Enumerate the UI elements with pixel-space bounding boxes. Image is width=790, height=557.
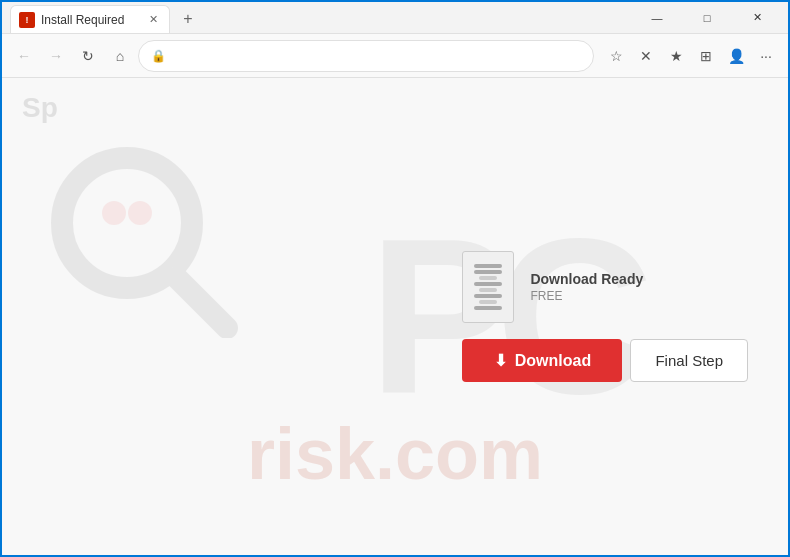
installer-bar-6	[474, 294, 502, 298]
final-step-label: Final Step	[655, 352, 723, 369]
download-ready-row: Download Ready FREE	[462, 251, 643, 323]
download-button[interactable]: ⬇ Download	[462, 339, 622, 382]
download-ready-label: Download Ready	[530, 271, 643, 287]
toolbar-right: ☆ ✕ ★ ⊞ 👤 ···	[602, 42, 780, 70]
window-controls: — □ ✕	[634, 2, 780, 34]
installer-bar-8	[474, 306, 502, 310]
content-panel: Download Ready FREE ⬇ Download Final Ste…	[462, 251, 748, 382]
favorites-star-icon[interactable]: ★	[662, 42, 690, 70]
page-content: Sp PC risk.com	[2, 78, 788, 555]
active-tab[interactable]: ! Install Required ✕	[10, 5, 170, 33]
tab-favicon: !	[19, 12, 35, 28]
new-tab-button[interactable]: +	[174, 5, 202, 33]
profile-icon[interactable]: 👤	[722, 42, 750, 70]
address-input[interactable]: 🔒	[138, 40, 594, 72]
back-button[interactable]: ←	[10, 42, 38, 70]
installer-bar-5	[479, 288, 497, 292]
installer-bar-1	[474, 264, 502, 268]
download-info: Download Ready FREE	[530, 271, 643, 303]
refresh-button[interactable]: ↻	[74, 42, 102, 70]
buttons-row: ⬇ Download Final Step	[462, 339, 748, 382]
download-button-label: Download	[515, 352, 591, 370]
installer-bar-7	[479, 300, 497, 304]
installer-bar-3	[479, 276, 497, 280]
installer-icon	[462, 251, 514, 323]
menu-icon[interactable]: ···	[752, 42, 780, 70]
installer-bar-2	[474, 270, 502, 274]
browser-window: ! Install Required ✕ + — □ ✕	[0, 0, 790, 557]
download-arrow-icon: ⬇	[494, 351, 507, 370]
lock-icon: 🔒	[151, 49, 166, 63]
main-ui: Download Ready FREE ⬇ Download Final Ste…	[2, 78, 788, 555]
tab-bar: ! Install Required ✕ +	[10, 2, 634, 33]
favorites-icon[interactable]: ☆	[602, 42, 630, 70]
tab-label: Install Required	[41, 13, 124, 27]
home-button[interactable]: ⌂	[106, 42, 134, 70]
maximize-button[interactable]: □	[684, 2, 730, 34]
free-label: FREE	[530, 289, 643, 303]
tab-close-button[interactable]: ✕	[145, 12, 161, 28]
final-step-button[interactable]: Final Step	[630, 339, 748, 382]
address-bar: ← → ↻ ⌂ 🔒 ☆ ✕ ★ ⊞ 👤 ···	[2, 34, 788, 78]
installer-bar-4	[474, 282, 502, 286]
forward-button[interactable]: →	[42, 42, 70, 70]
close-button[interactable]: ✕	[734, 2, 780, 34]
stop-button[interactable]: ✕	[632, 42, 660, 70]
collections-icon[interactable]: ⊞	[692, 42, 720, 70]
title-bar: ! Install Required ✕ + — □ ✕	[2, 2, 788, 34]
minimize-button[interactable]: —	[634, 2, 680, 34]
